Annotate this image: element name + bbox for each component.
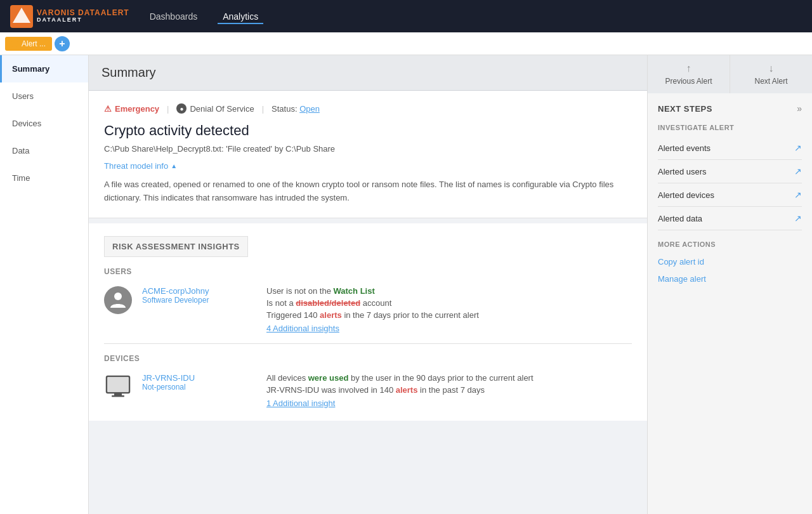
- used-pre: All devices: [266, 373, 308, 383]
- next-arrow-icon: ↓: [769, 63, 774, 74]
- next-steps-title: NEXT STEPS: [658, 104, 712, 114]
- nav-dashboards[interactable]: Dashboards: [145, 9, 203, 24]
- watchlist-pre: User is not on the: [266, 286, 334, 296]
- involved-highlight: alerts: [396, 385, 418, 395]
- top-nav: VARONIS DATAALERT DATAALERT Dashboards A…: [0, 0, 812, 32]
- external-link-icon-devices: ↗: [794, 190, 802, 200]
- svg-rect-6: [108, 378, 128, 392]
- external-link-icon-users: ↗: [794, 166, 802, 176]
- next-alert-button[interactable]: ↓ Next Alert: [730, 55, 812, 93]
- next-steps-alerted-users[interactable]: Alerted users ↗: [658, 160, 802, 183]
- emergency-label: Emergency: [115, 104, 159, 114]
- next-steps-panel: NEXT STEPS » INVESTIGATE ALERT Alerted e…: [648, 93, 812, 298]
- threat-model-label: Threat model info: [104, 161, 168, 171]
- device-info: JR-VRNS-IDU Not-personal: [142, 373, 256, 392]
- used-highlight: were used: [308, 373, 349, 383]
- right-panel: ↑ Previous Alert ↓ Next Alert NEXT STEPS…: [647, 55, 812, 514]
- add-tab-button[interactable]: +: [55, 36, 70, 51]
- status-value[interactable]: Open: [299, 104, 320, 114]
- tab-alert[interactable]: Alert ...: [5, 37, 52, 51]
- app-body: Summary Users Devices Data Time Summary …: [0, 55, 812, 514]
- alert-badges-row: Emergency | ● Denial Of Service | Status…: [104, 103, 632, 114]
- next-steps-alerted-devices[interactable]: Alerted devices ↗: [658, 183, 802, 207]
- nav-analytics[interactable]: Analytics: [218, 9, 263, 24]
- device-name[interactable]: JR-VRNS-IDU: [142, 373, 256, 383]
- user-avatar: [104, 286, 132, 314]
- expand-icon[interactable]: »: [797, 103, 802, 114]
- triggered-pre: Triggered 140: [266, 310, 320, 320]
- external-link-icon-data: ↗: [794, 213, 802, 223]
- tab-label: Alert ...: [22, 39, 46, 48]
- user-details: User is not on the Watch List Is not a d…: [266, 286, 632, 333]
- sidebar-item-data[interactable]: Data: [0, 137, 88, 164]
- alert-status: Status: Open: [272, 104, 320, 114]
- svg-point-2: [114, 293, 122, 300]
- manage-alert-link[interactable]: Manage alert: [658, 270, 802, 287]
- previous-alert-button[interactable]: ↑ Previous Alert: [648, 55, 730, 93]
- badge-sep-1: |: [167, 104, 169, 114]
- devices-subsection-title: DEVICES: [104, 354, 632, 363]
- svg-rect-5: [112, 395, 124, 397]
- alerted-users-label: Alerted users: [658, 167, 707, 176]
- sidebar-item-users[interactable]: Users: [0, 82, 88, 110]
- user-role[interactable]: Software Developer: [142, 296, 256, 305]
- section-divider: [104, 343, 632, 344]
- used-post: by the user in the 90 days prior to the …: [348, 373, 533, 383]
- user-info: ACME-corp\Johny Software Developer: [142, 286, 256, 305]
- dos-icon: ●: [176, 103, 187, 114]
- device-additional-insight[interactable]: 1 Additional insight: [266, 399, 632, 408]
- logo-icon: [10, 5, 33, 28]
- user-name[interactable]: ACME-corp\Johny: [142, 286, 256, 296]
- prev-next-buttons: ↑ Previous Alert ↓ Next Alert: [648, 55, 812, 93]
- sidebar-item-summary[interactable]: Summary: [0, 55, 88, 82]
- sidebar: Summary Users Devices Data Time: [0, 55, 89, 514]
- more-actions-label: MORE ACTIONS: [658, 241, 802, 248]
- user-row: ACME-corp\Johny Software Developer User …: [104, 286, 632, 333]
- device-involved-info: JR-VRNS-IDU was involved in 140 alerts i…: [266, 385, 632, 395]
- next-steps-alerted-data[interactable]: Alerted data ↗: [658, 207, 802, 230]
- alerted-devices-label: Alerted devices: [658, 190, 714, 200]
- next-label: Next Alert: [754, 77, 787, 86]
- device-used-info: All devices were used by the user in the…: [266, 373, 632, 383]
- device-details: All devices were used by the user in the…: [266, 373, 632, 408]
- threat-description: A file was created, opened or renamed to…: [104, 178, 632, 205]
- watchlist-info: User is not on the Watch List: [266, 286, 632, 296]
- next-steps-alerted-events[interactable]: Alerted events ↗: [658, 136, 802, 160]
- svg-rect-4: [114, 393, 122, 395]
- user-avatar-icon: [110, 291, 126, 309]
- tab-bar: Alert ... +: [0, 32, 812, 55]
- prev-arrow-icon: ↑: [686, 63, 691, 74]
- device-icon: [104, 373, 132, 401]
- main-content: Summary Emergency | ● Denial Of Service …: [89, 55, 647, 514]
- logo: VARONIS DATAALERT DATAALERT: [10, 5, 129, 28]
- triggered-post: in the 7 days prior to the current alert: [342, 310, 479, 320]
- external-link-icon-events: ↗: [794, 143, 802, 153]
- threat-model-toggle[interactable]: Threat model info ▲: [104, 161, 632, 171]
- alert-title: Crypto activity detected: [104, 122, 632, 139]
- device-row: JR-VRNS-IDU Not-personal All devices wer…: [104, 373, 632, 408]
- device-type[interactable]: Not-personal: [142, 383, 256, 392]
- involved-pre: JR-VRNS-IDU was involved in 140: [266, 385, 396, 395]
- monitor-icon: [105, 375, 131, 399]
- alert-path: C:\Pub Share\Help_Decrypt8.txt: 'File cr…: [104, 144, 632, 154]
- next-steps-header: NEXT STEPS »: [658, 103, 802, 114]
- page-title: Summary: [102, 65, 156, 79]
- copy-alert-id-link[interactable]: Copy alert id: [658, 253, 802, 270]
- involved-post: in the past 7 days: [417, 385, 485, 395]
- alerted-events-label: Alerted events: [658, 143, 710, 153]
- triggered-highlight: alerts: [320, 310, 342, 320]
- status-prefix: Status:: [272, 104, 297, 114]
- disabled-pre: Is not a: [266, 298, 296, 308]
- summary-header: Summary: [89, 55, 647, 91]
- investigate-label: INVESTIGATE ALERT: [658, 124, 802, 131]
- triggered-info: Triggered 140 alerts in the 7 days prior…: [266, 310, 632, 320]
- sidebar-item-time[interactable]: Time: [0, 164, 88, 192]
- disabled-info: Is not a disabled/deleted account: [266, 298, 632, 308]
- alerted-data-label: Alerted data: [658, 214, 702, 223]
- badge-sep-2: |: [262, 104, 264, 114]
- risk-assessment-section: RISK ASSESSMENT INSIGHTS USERS ACME-corp…: [89, 223, 647, 421]
- user-additional-insights[interactable]: 4 Additional insights: [266, 324, 632, 333]
- disabled-highlight: disabled/deleted: [296, 298, 360, 308]
- sidebar-item-devices[interactable]: Devices: [0, 110, 88, 137]
- threat-model-arrow-icon: ▲: [171, 162, 177, 169]
